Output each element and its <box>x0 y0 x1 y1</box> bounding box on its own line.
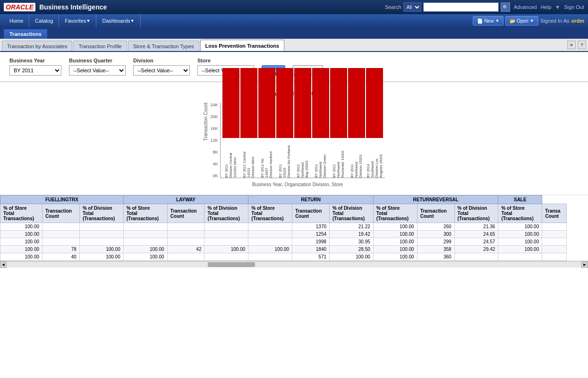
chart-y-axis: 24K 20K 16K 12K 8K 4K 0K <box>210 103 220 178</box>
business-year-select[interactable]: BY 2011 <box>9 65 61 76</box>
table-row: 100.00 78 100.00 100.00 42 100.00 100.00… <box>0 246 567 253</box>
bar-3: BY 2011 No14207Division Hartford <box>258 68 275 178</box>
scroll-right-arrow[interactable]: ► <box>581 261 588 268</box>
chart-bars: BY 2011Division Central101001 Minn BY 20… <box>220 103 385 178</box>
settings-icon[interactable]: ≡ <box>567 41 576 49</box>
business-quarter-select[interactable]: --Select Value-- <box>69 65 126 76</box>
col-h-layway-txn-count: TransactionCount <box>167 204 205 223</box>
cell-r2-c4 <box>123 231 167 238</box>
table-row: 100.00 40 100.00 100.00 571 100.00 100.0… <box>0 253 567 261</box>
cell-r5-c4: 100.00 <box>123 253 167 261</box>
cell-r3-c4 <box>123 238 167 246</box>
cell-r4-c6: 100.00 <box>205 246 248 253</box>
col-h-fuellingtrx-txn-count: TransactionCount <box>43 204 80 223</box>
table-col-header-row: % of StoreTotalTransactions) Transaction… <box>0 204 567 223</box>
bar-8: BY 2011NorthwestDivision 15201 <box>348 68 365 178</box>
cell-r1-c4 <box>123 223 167 231</box>
chart-wrapper: Transaction Count 24K 20K 16K 12K 8K 4K … <box>203 103 384 187</box>
oracle-brand: ORACLE <box>4 3 35 11</box>
bar-rect-9 <box>366 68 383 138</box>
chart-body: 24K 20K 16K 12K 8K 4K 0K BY 2011Division… <box>210 103 384 187</box>
signout-link[interactable]: Sign Out <box>564 4 584 10</box>
horizontal-scrollbar[interactable]: ◄ ► <box>0 261 588 267</box>
tab-store-types[interactable]: Store & Transaction Types <box>128 41 199 51</box>
cell-r1-c13: 100.00 <box>498 223 542 231</box>
open-icon: 📂 <box>510 18 515 24</box>
cell-r3-c1: 100.00 <box>0 238 43 246</box>
bar-6: BY 2011NorthwestDivision Green <box>312 68 329 178</box>
nav-tabs: Home Catalog Favorites ▼ Dashboards ▼ <box>4 14 141 27</box>
nav-dashboards[interactable]: Dashboards ▼ <box>96 14 140 27</box>
chart-y-axis-label: Transaction Count <box>203 103 208 141</box>
nav-right: 📄 New ▼ 📂 Open ▼ Signed In As ordm <box>473 16 584 26</box>
store-label: Store <box>197 58 254 63</box>
cell-r4-c3: 100.00 <box>79 246 123 253</box>
cell-r4-c13: 100.00 <box>498 246 542 253</box>
new-icon: 📄 <box>477 18 483 24</box>
cell-r5-c3: 100.00 <box>79 253 123 261</box>
cell-r1-c3 <box>79 223 123 231</box>
table-row: 100.00 1370 21.22 100.00 260 21.36 100.0… <box>0 223 567 231</box>
tab-associates[interactable]: Transaction by Associates <box>2 41 72 51</box>
col-h-returnrev-pct-div: % of DivisionTotal(Transactions) <box>454 204 498 223</box>
table-section: FUELLINGTRX LAYWAY RETURN RETURNREVERSAL… <box>0 195 588 261</box>
col-h-returnrev-txn-count: TransactionCount <box>417 204 454 223</box>
cell-r3-c2 <box>43 238 80 246</box>
search-input[interactable] <box>423 2 499 12</box>
advanced-link[interactable]: Advanced <box>514 4 537 10</box>
cell-r5-c9: 100.00 <box>330 253 374 261</box>
cell-r2-c2 <box>43 231 80 238</box>
division-select[interactable]: --Select Value-- <box>133 65 190 76</box>
business-quarter-filter: Business Quarter --Select Value-- <box>69 58 126 76</box>
bar-rect-6 <box>312 68 329 138</box>
help-link[interactable]: Help <box>541 4 552 10</box>
help-icon[interactable]: ? <box>578 41 586 49</box>
nav-catalog[interactable]: Catalog <box>29 14 59 27</box>
bar-9: BY 2014SouthwestDivision LosAngeles 1520… <box>366 68 383 178</box>
app-tab[interactable]: Transactions <box>4 29 47 39</box>
group-header-fuellingtrx: FUELLINGTRX <box>0 196 124 204</box>
col-h-return-txn-count: TransactionCount <box>292 204 330 223</box>
bar-7: BY 2011NorthwestRochester 14202 <box>330 68 347 178</box>
cell-r5-c12 <box>454 253 498 261</box>
cell-r2-c12: 24.65 <box>454 231 498 238</box>
col-h-fuellingtrx-pct-store: % of StoreTotalTransactions) <box>0 204 43 223</box>
nav-home[interactable]: Home <box>4 14 29 27</box>
cell-r1-c7 <box>248 223 292 231</box>
open-button[interactable]: 📂 Open ▼ <box>505 16 538 26</box>
cell-r4-c8: 1840 <box>292 246 330 253</box>
scroll-track[interactable] <box>7 262 581 267</box>
cell-r3-c11: 299 <box>417 238 454 246</box>
cell-r5-c5 <box>167 253 205 261</box>
tab-loss[interactable]: Loss Prevention Transactions <box>200 40 285 51</box>
nav-favorites[interactable]: Favorites ▼ <box>59 14 96 27</box>
cell-r5-c10: 100.00 <box>373 253 417 261</box>
cell-r4-c5: 42 <box>167 246 205 253</box>
bar-rect-8 <box>348 68 365 138</box>
scroll-thumb[interactable] <box>208 262 255 267</box>
scroll-left-arrow[interactable]: ◄ <box>0 261 7 268</box>
cell-r1-c9: 21.22 <box>330 223 374 231</box>
cell-r2-c5 <box>167 231 205 238</box>
table-row: 100.00 1998 30.95 100.00 299 24.57 100.0… <box>0 238 567 246</box>
tabs-row: Transaction by Associates Transaction Pr… <box>0 39 588 52</box>
cell-r3-c13: 100.00 <box>498 238 542 246</box>
cell-r3-c9: 30.95 <box>330 238 374 246</box>
cell-r2-c11: 300 <box>417 231 454 238</box>
cell-r3-c7 <box>248 238 292 246</box>
cell-r2-c6 <box>205 231 248 238</box>
cell-r1-c8: 1370 <box>292 223 330 231</box>
bi-title: Business Intelligence <box>39 3 107 11</box>
search-scope-select[interactable]: All <box>403 2 421 12</box>
chart-inner: 24K 20K 16K 12K 8K 4K 0K BY 2011Division… <box>210 103 384 178</box>
tab-profile[interactable]: Transaction Profile <box>73 41 127 51</box>
bar-rect-5 <box>294 68 311 138</box>
cell-r2-c9: 19.42 <box>330 231 374 238</box>
new-button[interactable]: 📄 New ▼ <box>473 16 503 26</box>
signed-in-label: Signed In As <box>540 18 570 24</box>
col-h-return-pct-div: % of DivisionTotal(Transactions) <box>330 204 374 223</box>
cell-r1-c6 <box>205 223 248 231</box>
bar-rect-7 <box>330 68 347 138</box>
cell-r4-c4: 100.00 <box>123 246 167 253</box>
search-button[interactable]: 🔍 <box>501 2 510 12</box>
